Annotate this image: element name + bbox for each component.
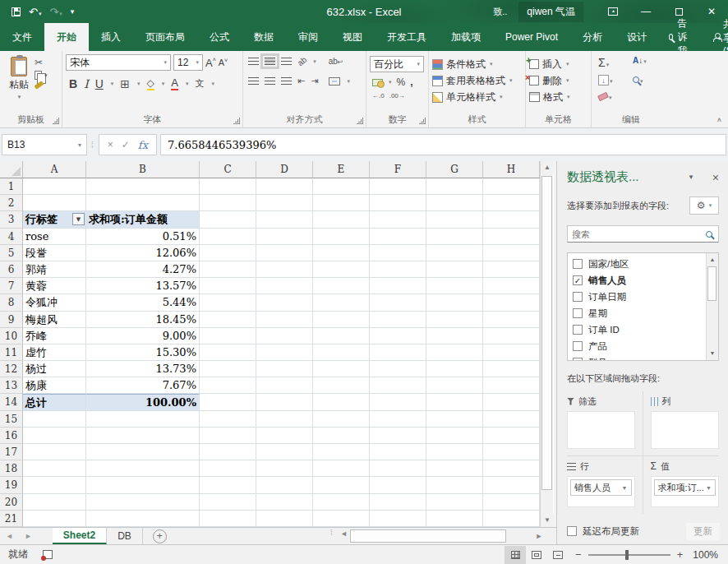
sheet-tab-db[interactable]: DB: [107, 528, 143, 544]
sort-filter-button[interactable]: A↓▾: [633, 56, 667, 69]
ribbon-tab-analyze[interactable]: 分析: [570, 23, 615, 51]
cell-C3[interactable]: [200, 211, 256, 228]
cell-A6[interactable]: 郭靖: [23, 261, 86, 278]
row-header-3[interactable]: 3: [0, 211, 23, 228]
pivot-field-chip[interactable]: 销售人员▼: [570, 479, 632, 496]
cell-A3[interactable]: 行标签▼: [23, 211, 86, 228]
filters-dropzone[interactable]: [567, 411, 635, 449]
cell-D18[interactable]: [256, 460, 313, 477]
cell-H11[interactable]: [483, 344, 540, 361]
field-item[interactable]: 订单 ID: [573, 321, 705, 338]
cell-G4[interactable]: [426, 229, 483, 245]
field-scroll-down[interactable]: ▼: [707, 348, 718, 359]
cell-E10[interactable]: [313, 328, 370, 344]
comma-style-button[interactable]: ,: [410, 76, 412, 88]
zoom-level[interactable]: 100%: [689, 549, 728, 561]
new-sheet-button[interactable]: +: [153, 529, 167, 543]
font-name-select[interactable]: 宋体▾: [66, 54, 171, 71]
cell-E17[interactable]: [313, 444, 370, 460]
row-header-16[interactable]: 16: [0, 428, 23, 444]
cell-F20[interactable]: [370, 494, 426, 511]
pivot-field-chip[interactable]: 求和项:订...▼: [654, 479, 716, 496]
cell-E9[interactable]: [313, 312, 370, 328]
cell-H21[interactable]: [483, 511, 540, 527]
name-box-dropdown[interactable]: ▾: [78, 141, 81, 149]
borders-button[interactable]: ⊞: [120, 78, 130, 90]
collapse-ribbon-button[interactable]: ˄: [717, 116, 721, 124]
row-header-1[interactable]: 1: [0, 178, 23, 195]
cell-B13[interactable]: 7.67%: [86, 377, 200, 394]
cell-H8[interactable]: [483, 294, 540, 311]
cell-A18[interactable]: [23, 460, 86, 477]
cell-G7[interactable]: [426, 278, 483, 294]
cell-F19[interactable]: [370, 477, 426, 493]
cell-H14[interactable]: [483, 394, 540, 410]
cell-C12[interactable]: [200, 361, 256, 377]
delete-cells-button[interactable]: 删除▾: [529, 72, 587, 89]
cell-B7[interactable]: 13.57%: [86, 278, 200, 294]
cell-B4[interactable]: 0.51%: [86, 229, 200, 245]
save-icon[interactable]: [12, 7, 21, 16]
cell-D17[interactable]: [256, 444, 313, 460]
minimize-button[interactable]: —: [629, 0, 662, 23]
cell-E20[interactable]: [313, 494, 370, 511]
copy-button[interactable]: ▾: [35, 71, 48, 80]
alignment-dialog-launcher[interactable]: [357, 118, 363, 124]
ribbon-tab-view[interactable]: 视图: [330, 23, 375, 51]
align-left-button[interactable]: [248, 77, 259, 85]
tab-scroll-splitter[interactable]: ⁞: [330, 530, 335, 536]
cell-A9[interactable]: 梅超风: [23, 312, 86, 328]
cell-G15[interactable]: [426, 411, 483, 428]
cell-C15[interactable]: [200, 411, 256, 428]
row-header-20[interactable]: 20: [0, 494, 23, 511]
search-input[interactable]: [572, 229, 706, 239]
formula-bar-splitter[interactable]: ⁞: [91, 141, 94, 150]
wrap-text-button[interactable]: ab↩: [329, 57, 343, 66]
ribbon-tab-file[interactable]: 文件: [0, 23, 44, 51]
pane-options-dropdown[interactable]: ▼: [688, 173, 694, 181]
cell-B10[interactable]: 9.00%: [86, 328, 200, 344]
fill-color-dropdown[interactable]: ▾: [162, 81, 165, 87]
cell-E19[interactable]: [313, 477, 370, 493]
cell-G21[interactable]: [426, 511, 483, 527]
cell-D13[interactable]: [256, 377, 313, 394]
cell-C11[interactable]: [200, 344, 256, 361]
autosum-button[interactable]: Σ▾: [598, 56, 633, 69]
cell-G3[interactable]: [426, 211, 483, 228]
sheet-tab-sheet2[interactable]: Sheet2: [53, 528, 107, 544]
cell-H5[interactable]: [483, 245, 540, 261]
cell-C1[interactable]: [200, 178, 256, 195]
cell-A14[interactable]: 总计: [23, 394, 86, 410]
field-checkbox[interactable]: [573, 259, 583, 269]
chip-dropdown[interactable]: ▼: [706, 485, 712, 491]
cell-E18[interactable]: [313, 460, 370, 477]
row-header-4[interactable]: 4: [0, 229, 23, 245]
ribbon-tab-design[interactable]: 设计: [615, 23, 659, 51]
ribbon-tab-review[interactable]: 审阅: [286, 23, 330, 51]
pane-close-icon[interactable]: ×: [712, 171, 719, 184]
cell-F15[interactable]: [370, 411, 426, 428]
cell-F21[interactable]: [370, 511, 426, 527]
cell-G20[interactable]: [426, 494, 483, 511]
scroll-up-button[interactable]: ▲: [541, 161, 554, 174]
ribbon-tab-formulas[interactable]: 公式: [197, 23, 242, 51]
field-checkbox[interactable]: [573, 358, 583, 361]
phonetic-dropdown[interactable]: ▾: [211, 81, 214, 87]
cell-B21[interactable]: [86, 511, 200, 527]
row-labels-filter-button[interactable]: ▼: [72, 213, 85, 225]
grow-font-button[interactable]: A˄: [205, 57, 216, 69]
row-header-8[interactable]: 8: [0, 294, 23, 311]
update-button[interactable]: 更新: [686, 523, 720, 540]
tell-me-box[interactable]: 告诉我: [659, 23, 700, 51]
percent-style-button[interactable]: %: [397, 76, 406, 88]
cell-D12[interactable]: [256, 361, 313, 377]
cell-H19[interactable]: [483, 477, 540, 493]
cell-E2[interactable]: [313, 195, 370, 211]
increase-indent-button[interactable]: ⇥: [311, 76, 318, 86]
cell-E6[interactable]: [313, 261, 370, 278]
field-item[interactable]: 型号: [573, 354, 705, 361]
align-middle-button[interactable]: [265, 58, 275, 65]
user-account[interactable]: qiwen 气温: [518, 2, 583, 22]
cell-B15[interactable]: [86, 411, 200, 428]
cell-G5[interactable]: [426, 245, 483, 261]
